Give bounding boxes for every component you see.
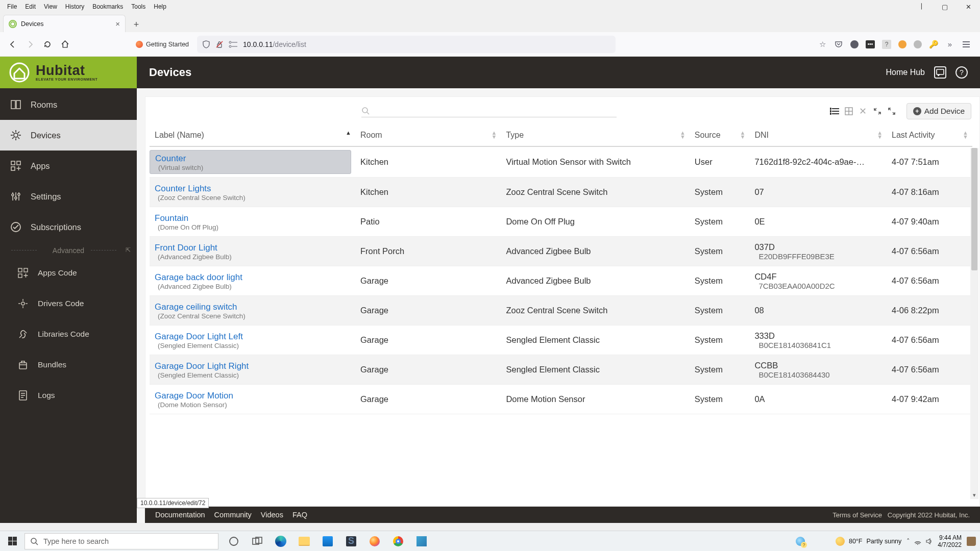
overflow-icon[interactable]: » — [945, 40, 954, 49]
nav-reload-button[interactable] — [40, 37, 55, 52]
device-name-link[interactable]: Garage back door light — [155, 272, 242, 282]
sidebar-item-bundles[interactable]: Bundles — [0, 349, 137, 380]
sidebar-item-subscriptions[interactable]: Subscriptions — [0, 212, 137, 242]
task-view-icon[interactable] — [246, 531, 268, 552]
extension-icon-dots[interactable]: ••• — [866, 40, 875, 48]
device-name-link[interactable]: Garage Door Light Left — [155, 332, 243, 341]
menu-bookmarks[interactable]: Bookmarks — [88, 2, 127, 12]
device-name-link[interactable]: Garage Door Motion — [155, 391, 233, 400]
window-minimize[interactable]: 〡 — [910, 0, 933, 13]
device-name-link[interactable]: Fountain — [155, 213, 188, 223]
sidebar-item-apps-code[interactable]: Apps Code — [0, 258, 137, 288]
add-device-button[interactable]: + Add Device — [906, 103, 971, 119]
table-row[interactable]: Fountain(Dome On Off Plug) Patio Dome On… — [150, 207, 972, 237]
collapse-view-icon[interactable] — [872, 106, 883, 117]
edge-icon[interactable] — [270, 531, 292, 552]
sidebar-item-devices[interactable]: Devices — [0, 120, 137, 151]
col-type[interactable]: Type▲▼ — [501, 124, 689, 146]
device-name-link[interactable]: Front Door Light — [155, 243, 217, 253]
search-input[interactable] — [361, 106, 617, 117]
hub-name[interactable]: Home Hub — [886, 68, 925, 77]
messages-icon[interactable] — [934, 66, 946, 79]
footer-tos[interactable]: Terms of Service — [832, 511, 882, 519]
footer-link-faq[interactable]: FAQ — [292, 511, 307, 519]
extension-icon-orange[interactable] — [898, 40, 906, 48]
clock-extension-icon[interactable] — [850, 40, 859, 48]
expand-view-icon[interactable] — [886, 106, 897, 117]
table-row[interactable]: Garage Door Light Right(Sengled Element … — [150, 355, 972, 385]
extension-icon-key[interactable]: 🔑 — [929, 40, 938, 49]
table-row[interactable]: Garage Door Light Left(Sengled Element C… — [150, 325, 972, 355]
browser-tab-devices[interactable]: Devices × — [3, 15, 126, 32]
table-row[interactable]: Garage ceiling switch(Zooz Central Scene… — [150, 296, 972, 325]
url-bar[interactable]: 10.0.0.11/device/list — [197, 36, 616, 53]
pocket-icon[interactable] — [834, 40, 843, 49]
col-last[interactable]: Last Activity▲▼ — [887, 124, 972, 146]
grid-view-icon[interactable] — [843, 106, 854, 117]
cortana-icon[interactable] — [223, 531, 245, 552]
tray-network-icon[interactable] — [914, 538, 921, 545]
tray-chevron-icon[interactable]: ˄ — [906, 537, 910, 545]
scrollbar-thumb[interactable] — [971, 148, 977, 270]
extension-icon-question[interactable]: ? — [882, 40, 891, 49]
list-view-icon[interactable] — [829, 106, 840, 117]
network-help-icon[interactable] — [796, 537, 805, 546]
device-name-link[interactable]: Garage ceiling switch — [155, 302, 237, 312]
menu-history[interactable]: History — [61, 2, 88, 12]
new-tab-button[interactable]: + — [129, 17, 144, 32]
tray-volume-icon[interactable] — [925, 538, 933, 545]
hamburger-menu-icon[interactable] — [962, 40, 971, 49]
table-row[interactable]: Garage Door Motion(Dome Motion Sensor) G… — [150, 385, 972, 414]
device-name-link[interactable]: Counter — [155, 154, 186, 163]
device-name-link[interactable]: Garage Door Light Right — [155, 361, 249, 371]
scroll-down-icon[interactable]: ▾ — [970, 491, 978, 499]
bookmark-getting-started[interactable]: Getting Started — [136, 41, 189, 48]
footer-link-videos[interactable]: Videos — [261, 511, 283, 519]
table-scroll[interactable]: Label (Name)▲ Room▲▼ Type▲▼ Source▲▼ DNI… — [145, 124, 979, 506]
table-row[interactable]: Counter Lights(Zooz Central Scene Switch… — [150, 178, 972, 207]
col-label[interactable]: Label (Name)▲ — [150, 124, 355, 146]
sidebar-item-apps[interactable]: Apps — [0, 151, 137, 181]
brand-logo[interactable]: Hubitat ELEVATE YOUR ENVIRONMENT — [0, 57, 137, 88]
file-explorer-icon[interactable] — [293, 531, 315, 552]
clear-icon[interactable]: ✕ — [857, 106, 869, 117]
sidebar-item-logs[interactable]: Logs — [0, 380, 137, 411]
weather-widget[interactable]: 80°F Partly sunny — [836, 537, 901, 546]
menu-tools[interactable]: Tools — [127, 2, 150, 12]
menu-file[interactable]: File — [3, 2, 21, 12]
col-room[interactable]: Room▲▼ — [355, 124, 501, 146]
chrome-icon[interactable] — [387, 531, 409, 552]
nav-home-button[interactable] — [57, 37, 72, 52]
scrollbar-track[interactable]: ▾ — [970, 148, 978, 499]
window-close[interactable]: ✕ — [957, 0, 980, 13]
footer-link-community[interactable]: Community — [214, 511, 252, 519]
firefox-taskbar-icon[interactable] — [363, 531, 386, 552]
sidebar-item-libraries-code[interactable]: Libraries Code — [0, 319, 137, 349]
extension-icon-gray[interactable] — [914, 40, 922, 48]
col-source[interactable]: Source▲▼ — [690, 124, 750, 146]
tab-close-icon[interactable]: × — [115, 19, 120, 28]
system-tray[interactable]: ˄ — [906, 537, 933, 545]
sidebar-advanced-divider[interactable]: Advanced ⇱ — [0, 242, 137, 258]
app-dark-icon[interactable]: S — [340, 531, 362, 552]
help-icon[interactable]: ? — [955, 66, 968, 79]
table-row[interactable]: Garage back door light(Advanced Zigbee B… — [150, 266, 972, 296]
notifications-icon[interactable] — [967, 537, 976, 546]
start-button[interactable] — [0, 531, 24, 552]
menu-edit[interactable]: Edit — [21, 2, 40, 12]
ms-store-icon[interactable] — [316, 531, 339, 552]
nav-forward-button[interactable] — [22, 37, 38, 52]
taskbar-search[interactable]: Type here to search — [24, 533, 218, 549]
nav-back-button[interactable] — [5, 37, 20, 52]
col-dni[interactable]: DNI▲▼ — [749, 124, 887, 146]
sidebar-item-settings[interactable]: Settings — [0, 181, 137, 212]
device-name-link[interactable]: Counter Lights — [155, 184, 211, 193]
photos-icon[interactable] — [410, 531, 433, 552]
table-row[interactable]: Front Door Light(Advanced Zigbee Bulb) F… — [150, 237, 972, 266]
sidebar-item-drivers-code[interactable]: Drivers Code — [0, 288, 137, 319]
menu-help[interactable]: Help — [150, 2, 170, 12]
footer-link-docs[interactable]: Documentation — [155, 511, 205, 519]
table-row[interactable]: Counter(Virtual switch) Kitchen Virtual … — [150, 146, 972, 178]
taskbar-clock[interactable]: 9:44 AM 4/7/2022 — [938, 534, 962, 548]
bookmark-star-icon[interactable]: ☆ — [818, 40, 827, 49]
